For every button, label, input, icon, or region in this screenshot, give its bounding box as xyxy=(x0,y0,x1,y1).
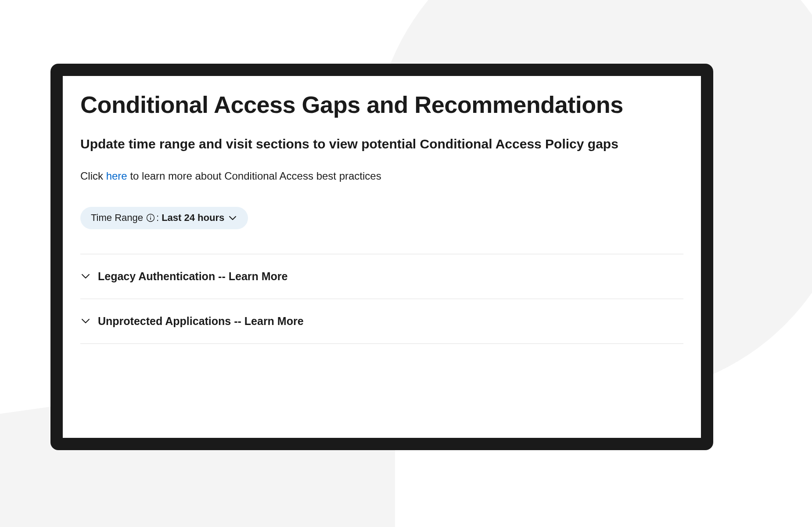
chevron-down-icon xyxy=(81,274,90,279)
time-range-filter[interactable]: Time Range : Last 24 hours xyxy=(80,207,248,229)
section-legacy-authentication[interactable]: Legacy Authentication -- Learn More xyxy=(80,254,683,299)
help-text: Click here to learn more about Condition… xyxy=(80,170,683,182)
help-link[interactable]: here xyxy=(106,170,127,182)
page-subtitle: Update time range and visit sections to … xyxy=(80,137,683,152)
chevron-down-icon xyxy=(229,215,237,220)
section-title: Legacy Authentication -- Learn More xyxy=(98,270,287,283)
help-text-prefix: Click xyxy=(80,170,106,182)
time-range-value: Last 24 hours xyxy=(162,211,224,225)
section-unprotected-applications[interactable]: Unprotected Applications -- Learn More xyxy=(80,299,683,344)
chevron-down-icon xyxy=(81,318,90,324)
page-title: Conditional Access Gaps and Recommendati… xyxy=(80,91,683,118)
section-title: Unprotected Applications -- Learn More xyxy=(98,315,304,328)
info-icon xyxy=(146,213,155,223)
help-text-suffix: to learn more about Conditional Access b… xyxy=(127,170,381,182)
time-range-separator: : xyxy=(156,211,159,225)
device-frame: Conditional Access Gaps and Recommendati… xyxy=(50,64,713,450)
time-range-label: Time Range xyxy=(91,211,143,225)
sections-list: Legacy Authentication -- Learn More Unpr… xyxy=(80,254,683,344)
card-content: Conditional Access Gaps and Recommendati… xyxy=(63,76,701,438)
svg-point-1 xyxy=(150,216,151,217)
